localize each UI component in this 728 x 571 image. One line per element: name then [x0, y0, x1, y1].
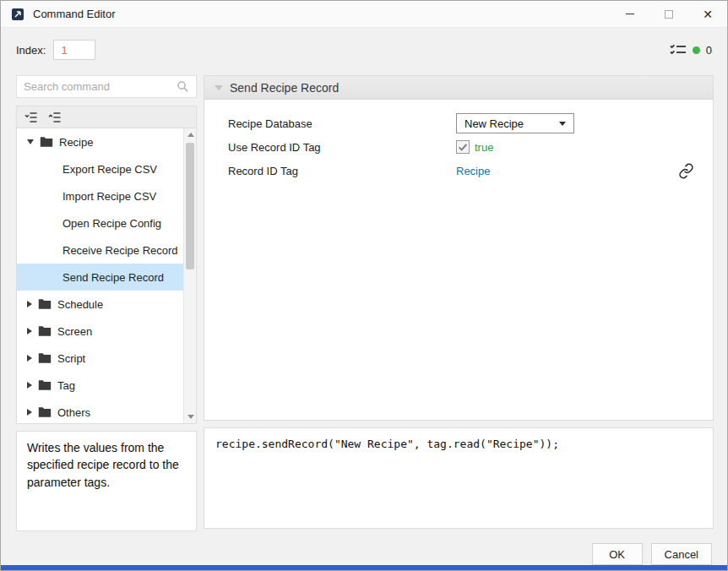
search-icon: [177, 80, 189, 93]
close-button[interactable]: ✕: [688, 1, 727, 28]
issue-count: 0: [706, 44, 712, 57]
tree-item-others[interactable]: Others: [17, 399, 183, 423]
status-dot-icon: [693, 46, 700, 54]
folder-icon: [38, 298, 52, 310]
collapse-all-icon[interactable]: [24, 111, 38, 124]
tree-item-label: Send Recipe Record: [62, 271, 164, 284]
command-description: Writes the values from the specified rec…: [16, 431, 197, 531]
scroll-down-icon[interactable]: [184, 411, 197, 423]
index-input[interactable]: [53, 40, 95, 60]
app-icon: [11, 8, 24, 21]
command-detail-panel: Send Recipe Record Recipe Database New R…: [204, 75, 714, 421]
use-record-id-checkbox[interactable]: [456, 140, 470, 154]
use-record-id-tag-label: Use Record ID Tag: [228, 141, 456, 154]
caret-right-icon[interactable]: [27, 328, 32, 334]
folder-icon: [38, 379, 52, 391]
detail-title: Send Recipe Record: [230, 81, 339, 95]
recipe-database-select[interactable]: New Recipe: [456, 113, 574, 133]
tag-link-icon[interactable]: [678, 163, 694, 179]
close-icon: ✕: [703, 8, 713, 20]
maximize-icon: [665, 10, 673, 19]
scroll-up-icon[interactable]: [184, 128, 197, 141]
status-cluster: 0: [670, 43, 712, 57]
folder-icon: [38, 406, 52, 418]
field-row-use-record-id-tag: Use Record ID Tag true: [204, 135, 713, 159]
folder-icon: [38, 325, 52, 337]
command-editor-window: Command Editor ✕ Index: 0: [0, 0, 728, 571]
tree-item-label: Schedule: [57, 298, 103, 311]
tree-item-screen[interactable]: Screen: [17, 318, 183, 345]
code-preview: recipe.sendRecord("New Recipe", tag.read…: [204, 427, 714, 529]
tree-item-label: Import Recipe CSV: [62, 190, 156, 203]
tree-item-tag[interactable]: Tag: [17, 372, 183, 399]
tree-scrollbar[interactable]: [183, 128, 196, 423]
tree-item-open-recipe-config[interactable]: Open Recipe Config: [17, 209, 183, 237]
search-box: [16, 75, 197, 98]
tree-item-label: Export Recipe CSV: [62, 163, 157, 176]
minimize-button[interactable]: [611, 1, 649, 28]
record-id-tag-value[interactable]: Recipe: [456, 165, 490, 177]
use-record-id-value: true: [475, 141, 493, 154]
ok-button[interactable]: OK: [592, 543, 643, 565]
tree-item-label: Script: [57, 352, 85, 365]
cancel-button[interactable]: Cancel: [651, 543, 712, 565]
chevron-down-icon: [559, 122, 566, 126]
tree-item-label: Recipe: [59, 136, 93, 149]
caret-right-icon[interactable]: [27, 355, 32, 362]
tree-item-label: Tag: [57, 379, 75, 392]
caret-right-icon[interactable]: [27, 382, 32, 389]
minimize-icon: [626, 14, 634, 14]
titlebar: Command Editor ✕: [1, 1, 727, 28]
record-id-tag-label: Record ID Tag: [228, 165, 456, 177]
tree-toolbar: [17, 106, 196, 128]
folder-icon: [38, 352, 52, 364]
index-label: Index:: [16, 44, 46, 57]
collapse-icon[interactable]: [215, 85, 223, 90]
window-accent-strip: [1, 565, 727, 570]
field-row-recipe-database: Recipe Database New Recipe: [204, 111, 713, 135]
tree-item-schedule[interactable]: Schedule: [17, 291, 183, 318]
tree-item-export-recipe-csv[interactable]: Export Recipe CSV: [17, 155, 183, 182]
command-tree-panel: Recipe Export Recipe CSV Import Recipe C…: [16, 106, 197, 424]
field-row-record-id-tag: Record ID Tag Recipe: [204, 159, 713, 182]
tree-item-label: Others: [57, 406, 90, 419]
folder-icon: [40, 136, 53, 148]
caret-right-icon[interactable]: [27, 301, 32, 307]
expand-all-icon[interactable]: [48, 111, 62, 124]
detail-header: Send Recipe Record: [204, 76, 713, 100]
recipe-database-value: New Recipe: [465, 117, 524, 130]
tree-item-label: Screen: [57, 325, 92, 338]
tree-item-send-recipe-record[interactable]: Send Recipe Record: [17, 264, 183, 291]
tree-item-recipe[interactable]: Recipe: [17, 128, 183, 155]
tree-item-label: Open Recipe Config: [62, 217, 161, 230]
validation-list-icon[interactable]: [670, 43, 687, 57]
window-title: Command Editor: [33, 8, 116, 20]
scrollbar-thumb[interactable]: [186, 143, 194, 269]
recipe-database-label: Recipe Database: [228, 117, 456, 130]
tree-item-label: Receive Recipe Record: [62, 244, 178, 257]
command-tree: Recipe Export Recipe CSV Import Recipe C…: [17, 128, 183, 423]
tree-item-receive-recipe-record[interactable]: Receive Recipe Record: [17, 237, 183, 264]
tree-item-script[interactable]: Script: [17, 345, 183, 372]
caret-right-icon[interactable]: [27, 409, 32, 416]
caret-down-icon[interactable]: [27, 139, 34, 144]
maximize-button[interactable]: [649, 1, 688, 28]
tree-item-import-recipe-csv[interactable]: Import Recipe CSV: [17, 182, 183, 209]
search-input[interactable]: [24, 80, 177, 93]
